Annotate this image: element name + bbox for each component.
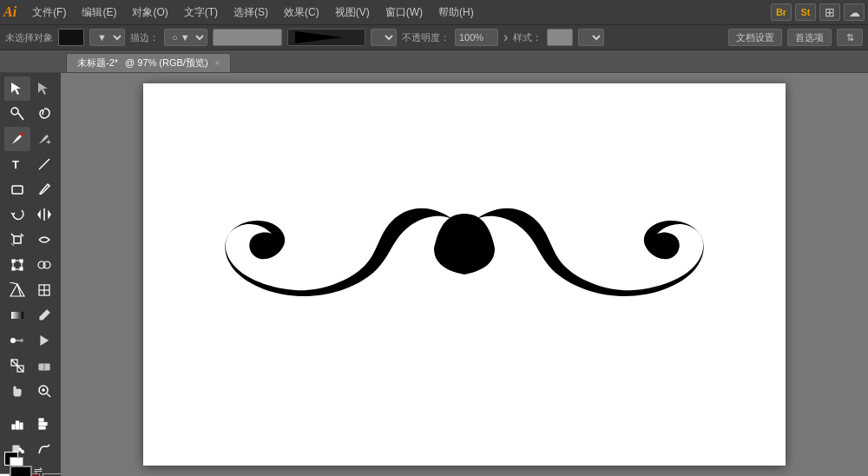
stroke-cap-select[interactable]: ▼ (371, 29, 397, 46)
svg-rect-45 (39, 419, 43, 421)
svg-line-39 (47, 393, 50, 397)
svg-rect-20 (20, 268, 23, 270)
tool-row-graphs (4, 412, 57, 436)
free-transform-tool[interactable] (4, 253, 30, 277)
svg-line-2 (18, 113, 23, 120)
rotate-tool[interactable] (4, 202, 30, 227)
tool-row-10 (4, 303, 57, 327)
warp-tool[interactable] (31, 228, 57, 252)
bar-graph-tool[interactable] (4, 412, 30, 436)
svg-line-13 (11, 234, 14, 236)
shape-builder-tool[interactable] (31, 253, 57, 277)
selection-tool[interactable] (4, 76, 30, 101)
tool-row-2 (4, 102, 57, 126)
document-tab[interactable]: 未标题-2* @ 97% (RGB/预览) × (66, 53, 231, 72)
zoom-tool[interactable] (31, 379, 57, 403)
svg-point-31 (20, 339, 23, 342)
perspective-tool[interactable] (4, 278, 30, 302)
no-selection-label: 未选择对象 (5, 31, 53, 44)
menu-edit[interactable]: 编辑(E) (75, 3, 123, 22)
tool-row-8 (4, 253, 57, 277)
left-toolbar: + T (0, 73, 61, 476)
lasso-tool[interactable] (31, 102, 57, 126)
eraser-tool[interactable] (31, 354, 57, 378)
tab-bar: 未标题-2* @ 97% (RGB/预览) × (0, 50, 868, 73)
blend-tool[interactable] (4, 328, 30, 353)
style-preview-box[interactable] (547, 29, 573, 46)
stroke-color-preview[interactable] (213, 29, 282, 46)
mesh-tool[interactable] (31, 278, 57, 302)
doc-buttons: 文档设置 首选项 ⇅ (728, 29, 863, 46)
hand-tool[interactable] (4, 379, 30, 403)
svg-rect-29 (11, 312, 23, 319)
pen-tool[interactable] (4, 127, 30, 151)
main-area: + T (0, 73, 868, 476)
options-bar: 未选择对象 ▼ 描边： ○ ▼ ▼ 不透明度： › 样式： ▼ 文档设置 首选项… (0, 24, 868, 50)
stroke-select[interactable]: ○ ▼ (164, 29, 207, 46)
canvas-area (61, 73, 868, 476)
stock-icon[interactable]: St (795, 3, 816, 21)
type-tool[interactable]: T (4, 152, 30, 176)
stroke-label: 描边： (130, 31, 159, 44)
tool-row-3: + (4, 127, 57, 151)
menu-type[interactable]: 文字(T) (177, 3, 225, 22)
swap-colors-icon[interactable]: ⇌ (34, 464, 43, 476)
eyedropper-tool[interactable] (31, 303, 57, 327)
doc-settings-button[interactable]: 文档设置 (728, 29, 782, 46)
menu-select[interactable]: 选择(S) (227, 3, 275, 22)
add-anchor-tool[interactable]: + (31, 127, 57, 151)
opacity-label: 不透明度： (402, 31, 450, 44)
direct-selection-tool[interactable] (31, 76, 57, 101)
tab-info: @ 97% (RGB/预览) (125, 56, 208, 69)
rectangle-tool[interactable] (4, 177, 30, 202)
smooth-tool[interactable] (31, 437, 57, 461)
menu-object[interactable]: 对象(O) (125, 3, 174, 22)
svg-rect-19 (12, 268, 15, 270)
bridge-icon[interactable]: Br (771, 3, 792, 21)
paintbrush-tool[interactable] (31, 177, 57, 202)
tool-row-12 (4, 354, 57, 378)
svg-rect-18 (20, 260, 23, 262)
cloud-icon[interactable]: ☁ (844, 3, 865, 21)
fill-color-box[interactable] (58, 29, 84, 46)
tool-row-9 (4, 278, 57, 302)
svg-line-7 (39, 159, 49, 169)
column-graph-tool[interactable] (31, 412, 57, 436)
opacity-input[interactable] (455, 29, 498, 46)
menu-window[interactable]: 窗口(W) (378, 3, 430, 22)
preferences-button[interactable]: 首选项 (787, 29, 832, 46)
gradient-tool[interactable] (4, 303, 30, 327)
opacity-arrow-right[interactable]: › (503, 30, 508, 45)
slice-tool[interactable] (4, 354, 30, 378)
live-paint-tool[interactable] (31, 328, 57, 353)
svg-rect-8 (12, 186, 23, 194)
menu-help[interactable]: 帮助(H) (431, 3, 481, 22)
svg-point-22 (43, 261, 50, 268)
menu-file[interactable]: 文件(F) (25, 3, 73, 22)
style-label: 样式： (513, 31, 542, 44)
tab-close-button[interactable]: × (215, 58, 220, 68)
svg-text:T: T (12, 158, 19, 171)
line-tool[interactable] (31, 152, 57, 176)
svg-rect-43 (16, 421, 18, 429)
tool-row-7 (4, 228, 57, 252)
tool-row-4: T (4, 152, 57, 176)
menu-effect[interactable]: 效果(C) (277, 3, 326, 22)
svg-rect-12 (14, 236, 21, 243)
reflect-tool[interactable] (31, 202, 57, 227)
menu-view[interactable]: 视图(V) (328, 3, 377, 22)
fg-color-box[interactable] (10, 466, 32, 476)
grid-icon[interactable]: ⊞ (819, 3, 840, 21)
magic-wand-tool[interactable] (4, 102, 30, 126)
tab-title: 未标题-2* (77, 56, 118, 69)
fill-type-select[interactable]: ▼ (89, 29, 125, 46)
svg-marker-0 (11, 83, 21, 95)
svg-rect-44 (20, 423, 23, 429)
artboard (143, 83, 786, 466)
svg-point-48 (21, 451, 23, 453)
svg-text:+: + (46, 137, 51, 147)
arrange-button[interactable]: ⇅ (837, 29, 863, 46)
style-select[interactable]: ▼ (578, 29, 604, 46)
svg-marker-1 (38, 83, 48, 95)
scale-tool[interactable] (4, 228, 30, 252)
